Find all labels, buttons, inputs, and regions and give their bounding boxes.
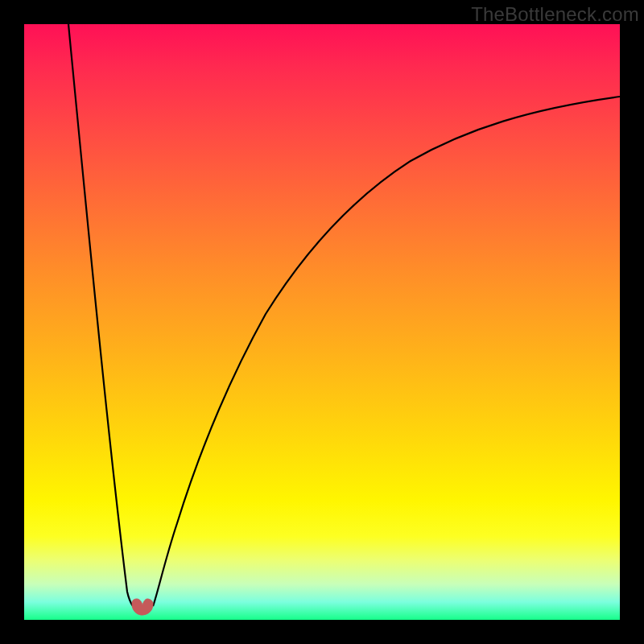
valley-marker-path xyxy=(132,599,153,615)
watermark-text: TheBottleneck.com xyxy=(471,3,639,26)
bottleneck-curve-svg xyxy=(24,24,620,620)
plot-frame xyxy=(24,24,620,620)
left-branch-path xyxy=(68,24,133,606)
right-branch-path xyxy=(153,97,620,606)
